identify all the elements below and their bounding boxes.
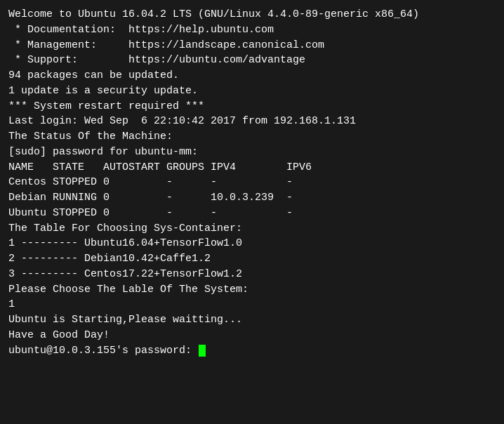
terminal-line: ubuntu@10.0.3.155's password: (8, 343, 496, 359)
terminal-line: Welcome to Ubuntu 16.04.2 LTS (GNU/Linux… (8, 7, 496, 22)
terminal-line: 94 packages can be updated. (8, 68, 496, 84)
cursor (199, 345, 206, 357)
terminal-line: Last login: Wed Sep 6 22:10:42 2017 from… (8, 114, 496, 129)
terminal-line: Centos STOPPED 0 - - - (8, 175, 496, 190)
terminal-line: 3 --------- Centos17.22+TensorFlow1.2 (8, 267, 496, 282)
terminal-line: Please Choose The Lable Of The System: (8, 282, 496, 298)
terminal-line: 1 update is a security update. (8, 84, 496, 99)
terminal-line: * Management: https://landscape.canonica… (8, 38, 496, 53)
terminal-line: 1 --------- Ubuntu16.04+TensorFlow1.0 (8, 236, 496, 251)
terminal-line: 1 (8, 297, 496, 312)
terminal-line: 2 --------- Debian10.42+Caffe1.2 (8, 251, 496, 267)
terminal-line: The Table For Choosing Sys-Container: (8, 221, 496, 237)
terminal-line: Have a Good Day! (8, 328, 496, 343)
terminal-line: * Documentation: https://help.ubuntu.com (8, 22, 496, 38)
terminal-line: Ubuntu is Starting,Please waitting... (8, 312, 496, 328)
terminal-line: NAME STATE AUTOSTART GROUPS IPV4 IPV6 (8, 160, 496, 175)
terminal-line: Ubuntu STOPPED 0 - - - (8, 206, 496, 221)
terminal-window[interactable]: Welcome to Ubuntu 16.04.2 LTS (GNU/Linux… (0, 0, 504, 424)
terminal-line: Debian RUNNING 0 - 10.0.3.239 - (8, 190, 496, 206)
terminal-line: *** System restart required *** (8, 99, 496, 114)
terminal-line: * Support: https://ubuntu.com/advantage (8, 53, 496, 68)
terminal-line: [sudo] password for ubuntu-mm: (8, 145, 496, 160)
terminal-line: The Status Of the Machine: (8, 129, 496, 145)
terminal-output: Welcome to Ubuntu 16.04.2 LTS (GNU/Linux… (8, 7, 496, 358)
